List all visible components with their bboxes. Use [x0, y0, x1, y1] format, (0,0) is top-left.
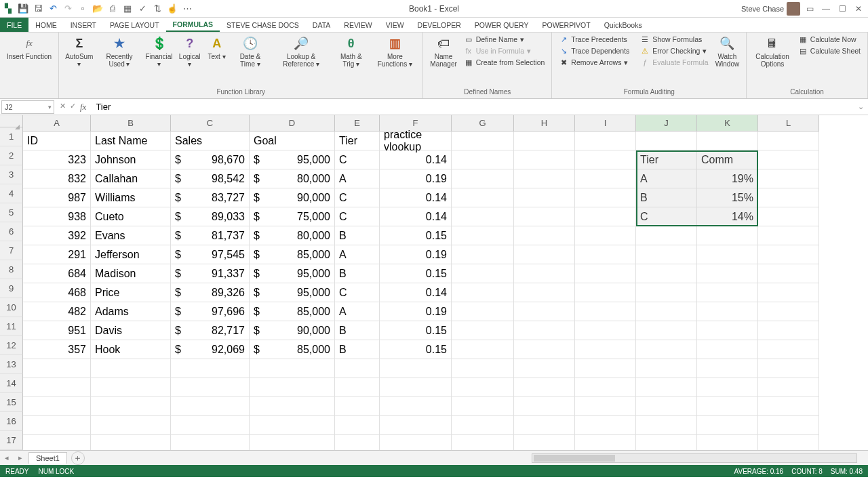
- cell[interactable]: [758, 207, 819, 226]
- sort-icon[interactable]: ⇅: [152, 3, 163, 14]
- sheet-tab[interactable]: Sheet1: [28, 452, 67, 464]
- cell[interactable]: [171, 416, 250, 435]
- cell[interactable]: practice vlookup: [380, 131, 452, 150]
- cell[interactable]: [514, 435, 575, 450]
- cell[interactable]: $89,033: [171, 207, 250, 226]
- tab-steve-chase-docs[interactable]: STEVE CHASE DOCS: [220, 18, 306, 32]
- tab-formulas[interactable]: FORMULAS: [166, 18, 220, 32]
- cell[interactable]: [697, 435, 758, 450]
- cell[interactable]: [636, 131, 697, 150]
- cell[interactable]: A: [335, 245, 380, 264]
- date-time-button[interactable]: 🕓Date & Time ▾: [231, 34, 271, 69]
- cell[interactable]: 0.19: [380, 302, 452, 321]
- cell[interactable]: [514, 321, 575, 340]
- col-header-G[interactable]: G: [452, 115, 514, 131]
- cell[interactable]: $90,000: [250, 321, 335, 340]
- cell[interactable]: $81,737: [171, 226, 250, 245]
- cell[interactable]: 0.15: [380, 321, 452, 340]
- cell[interactable]: $92,069: [171, 340, 250, 359]
- cell[interactable]: $95,000: [250, 150, 335, 169]
- cell[interactable]: [575, 340, 636, 359]
- cell[interactable]: 0.14: [380, 188, 452, 207]
- col-header-C[interactable]: C: [171, 115, 250, 131]
- sheet-nav-prev-icon[interactable]: ◂: [0, 453, 14, 462]
- tab-view[interactable]: VIEW: [379, 18, 411, 32]
- cell[interactable]: [452, 378, 514, 397]
- cell[interactable]: [575, 321, 636, 340]
- cell[interactable]: 987: [23, 188, 91, 207]
- cell[interactable]: Evans: [91, 226, 171, 245]
- cell[interactable]: [758, 226, 819, 245]
- cell[interactable]: [171, 435, 250, 450]
- cell[interactable]: [23, 397, 91, 416]
- cell[interactable]: 0.15: [380, 264, 452, 283]
- col-header-K[interactable]: K: [697, 115, 758, 131]
- row-header-10[interactable]: 10: [0, 298, 23, 317]
- cell[interactable]: [697, 283, 758, 302]
- cell[interactable]: $75,000: [250, 207, 335, 226]
- recently-used-button[interactable]: ★Recently Used ▾: [97, 34, 142, 69]
- lookup-reference-button[interactable]: 🔎Lookup & Reference ▾: [271, 34, 331, 69]
- show-formulas-button[interactable]: ☰Show Formulas: [637, 34, 711, 45]
- cell[interactable]: [636, 435, 697, 450]
- cell[interactable]: [636, 302, 697, 321]
- cell[interactable]: [575, 283, 636, 302]
- cell[interactable]: 468: [23, 283, 91, 302]
- financial-button[interactable]: 💲Financial ▾: [143, 34, 175, 69]
- horizontal-scrollbar[interactable]: [532, 453, 857, 463]
- new-sheet-button[interactable]: ＋: [71, 451, 85, 465]
- cell[interactable]: [758, 321, 819, 340]
- cell[interactable]: [514, 207, 575, 226]
- tab-quickbooks[interactable]: QuickBooks: [597, 18, 649, 32]
- cell[interactable]: [758, 359, 819, 378]
- tab-developer[interactable]: DEVELOPER: [411, 18, 468, 32]
- cell[interactable]: [514, 169, 575, 188]
- cell[interactable]: [636, 226, 697, 245]
- cell[interactable]: $83,727: [171, 188, 250, 207]
- row-header-7[interactable]: 7: [0, 241, 23, 260]
- cell[interactable]: [758, 397, 819, 416]
- cell[interactable]: 938: [23, 207, 91, 226]
- cell[interactable]: [514, 245, 575, 264]
- row-header-16[interactable]: 16: [0, 412, 23, 431]
- cell[interactable]: [452, 302, 514, 321]
- cell[interactable]: $85,000: [250, 302, 335, 321]
- cell[interactable]: [636, 397, 697, 416]
- cell[interactable]: $95,000: [250, 264, 335, 283]
- cell[interactable]: [758, 131, 819, 150]
- cell[interactable]: [575, 131, 636, 150]
- cell[interactable]: [250, 397, 335, 416]
- cell[interactable]: [697, 397, 758, 416]
- cell[interactable]: 291: [23, 245, 91, 264]
- col-header-A[interactable]: A: [23, 115, 91, 131]
- cell[interactable]: Hook: [91, 340, 171, 359]
- cell[interactable]: [91, 397, 171, 416]
- row-header-6[interactable]: 6: [0, 222, 23, 241]
- user-name[interactable]: Steve Chase: [741, 5, 784, 13]
- enter-icon[interactable]: ✓: [70, 102, 76, 113]
- cell[interactable]: $82,717: [171, 321, 250, 340]
- remove-arrows-button[interactable]: ✖Remove Arrows ▾: [556, 57, 632, 68]
- cell[interactable]: $97,696: [171, 302, 250, 321]
- cell[interactable]: [636, 378, 697, 397]
- cell[interactable]: [575, 435, 636, 450]
- autosum-button[interactable]: ΣAutoSum ▾: [63, 34, 95, 69]
- maximize-icon[interactable]: ☐: [835, 2, 849, 16]
- cell[interactable]: [575, 207, 636, 226]
- close-icon[interactable]: ✕: [852, 2, 865, 16]
- row-header-1[interactable]: 1: [0, 127, 23, 146]
- calculation-options-button[interactable]: 🖩 Calculation Options: [751, 34, 794, 69]
- cell[interactable]: [452, 435, 514, 450]
- name-manager-button[interactable]: 🏷 Name Manager: [427, 34, 459, 69]
- cell[interactable]: Williams: [91, 188, 171, 207]
- cell[interactable]: [575, 416, 636, 435]
- cell[interactable]: $98,670: [171, 150, 250, 169]
- row-header-14[interactable]: 14: [0, 374, 23, 393]
- cell[interactable]: [452, 169, 514, 188]
- text-button[interactable]: AText ▾: [205, 34, 229, 62]
- cell[interactable]: [335, 397, 380, 416]
- evaluate-formula-button[interactable]: ƒEvaluate Formula: [637, 57, 711, 68]
- tab-data[interactable]: DATA: [306, 18, 337, 32]
- col-header-H[interactable]: H: [514, 115, 575, 131]
- cell[interactable]: Price: [91, 283, 171, 302]
